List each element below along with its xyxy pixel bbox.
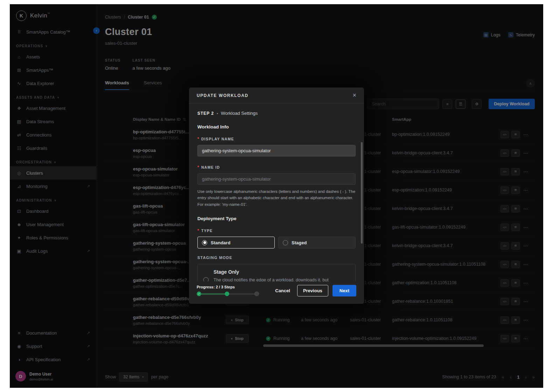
display-name-input[interactable] [197,145,356,156]
radio-icon [283,240,288,245]
progress-step-1-done: ✓ [197,292,201,296]
progress-label: Progress: 2 / 3 Steps [197,285,259,289]
modal-title: UPDATE WORKLOAD [197,93,248,98]
required-asterisk: * [197,165,200,170]
bullet-icon: • [217,111,218,115]
app-window: K Kelvin™ ⠿ SmartApps Catalog™ OPERATION… [10,4,543,388]
required-asterisk: * [197,136,200,141]
update-workload-modal: UPDATE WORKLOAD × STEP 2 • Workload Sett… [189,88,364,304]
next-button[interactable]: Next [332,285,356,296]
modal-body: STEP 2 • Workload Settings Workload Info… [189,104,364,281]
staging-mode-label: STAGING MODE [197,255,356,260]
step-label: STEP 2 [197,111,214,116]
name-id-input [197,173,356,185]
step-indicator: STEP 2 • Workload Settings [197,111,356,116]
previous-button[interactable]: Previous [297,285,328,296]
progress-step-2-current [225,292,229,296]
deployment-type-heading: Deployment Type [197,216,356,221]
stage-only-title: Stage Only [214,269,343,275]
modal-footer: Progress: 2 / 3 Steps ✓ Cancel Previous … [189,281,364,304]
modal-scrollbar[interactable] [361,142,363,244]
modal-header: UPDATE WORKLOAD × [189,88,364,104]
close-icon[interactable]: × [352,92,356,99]
option-label: Standard [211,240,230,245]
workload-info-heading: Workload Info [197,124,356,130]
cancel-button[interactable]: Cancel [272,285,293,296]
progress-indicator: Progress: 2 / 3 Steps ✓ [197,285,259,296]
deployment-type-option[interactable]: Standard [197,237,275,248]
display-name-label: * DISPLAY NAME [197,136,356,141]
progress-step-3-pending [254,292,259,296]
required-asterisk: * [197,228,200,233]
deployment-type-option[interactable]: Staged [278,237,356,248]
step-name: Workload Settings [221,111,258,116]
type-label: * TYPE [197,228,356,233]
name-id-label: * NAME ID [197,165,356,170]
stage-only-description: The cloud notifies the edge of a workloa… [214,277,343,281]
option-label: Staged [292,240,307,245]
progress-track: ✓ [197,292,259,296]
deployment-type-options: Standard Staged [197,237,356,248]
stage-only-option[interactable]: Stage Only The cloud notifies the edge o… [197,264,356,281]
radio-icon [203,277,209,281]
check-icon: ✓ [198,293,200,295]
name-id-help-text: Use only lowercase alphanumeric characte… [197,188,356,208]
page: K Kelvin™ ⠿ SmartApps Catalog™ OPERATION… [0,0,553,392]
radio-icon [202,240,207,245]
